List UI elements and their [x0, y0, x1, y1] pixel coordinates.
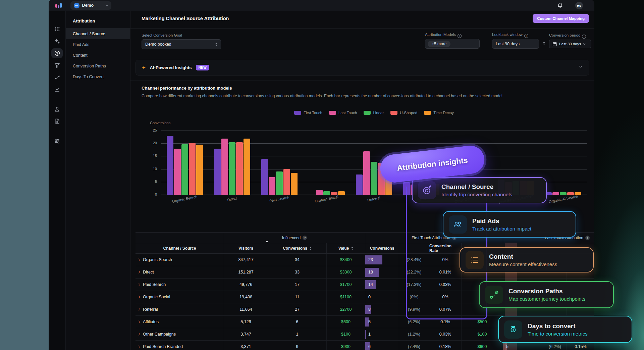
- grid-icon[interactable]: [51, 24, 63, 34]
- bar[interactable]: [331, 192, 337, 195]
- bar[interactable]: [356, 174, 363, 195]
- bar[interactable]: [323, 191, 330, 195]
- bar[interactable]: [214, 149, 221, 195]
- flows-icon[interactable]: [51, 72, 63, 82]
- report-icon[interactable]: [51, 116, 63, 126]
- legend-item[interactable]: Time Decay: [424, 111, 454, 115]
- funnel-icon[interactable]: [51, 60, 63, 70]
- bar[interactable]: [229, 142, 235, 195]
- expand-chevron-icon[interactable]: [138, 345, 140, 348]
- bar[interactable]: [403, 182, 410, 195]
- ft-conversions-cell: 0: [365, 291, 399, 303]
- col-ft-conversions[interactable]: Conversions: [365, 243, 399, 253]
- bar[interactable]: [189, 143, 196, 195]
- expand-chevron-icon[interactable]: [138, 283, 140, 286]
- sliders-icon[interactable]: [51, 136, 63, 146]
- help-icon[interactable]: ?: [303, 236, 307, 240]
- sidebar-item-channel-source[interactable]: Channel / Source: [66, 29, 130, 39]
- bar[interactable]: [363, 151, 370, 195]
- bar[interactable]: [236, 142, 243, 195]
- target-icon: [418, 181, 436, 199]
- bar[interactable]: [552, 192, 559, 195]
- bar[interactable]: [567, 192, 574, 195]
- workspace-switcher[interactable]: m Demo: [70, 1, 111, 10]
- bar[interactable]: [221, 139, 228, 195]
- ai-insights-title: AI-Powered Insights: [150, 65, 192, 70]
- sort-ascending-icon[interactable]: [266, 241, 268, 242]
- legend-swatch: [424, 111, 431, 115]
- chart-title: Channel performance by attribution model…: [142, 86, 232, 91]
- col-channel-source[interactable]: Channel / Source: [136, 243, 224, 253]
- chevron-down-icon: [583, 42, 586, 45]
- bar[interactable]: [167, 136, 173, 195]
- bar[interactable]: [196, 145, 203, 195]
- bar[interactable]: [560, 192, 567, 195]
- sidebar-section-title: Attribution: [66, 11, 130, 28]
- sort-icon[interactable]: [351, 247, 353, 250]
- bar[interactable]: [181, 144, 188, 195]
- ft-conversions-cell: 14: [365, 279, 399, 291]
- bar[interactable]: [276, 171, 283, 195]
- legend-item[interactable]: Linear: [364, 111, 384, 115]
- col-ft-rate[interactable]: Conversion Rate: [429, 243, 462, 253]
- sidebar-item-conversion-paths[interactable]: Conversion Paths: [66, 61, 130, 71]
- bar[interactable]: [261, 159, 268, 195]
- bar[interactable]: [283, 169, 290, 195]
- attribution-models-select[interactable]: +5 more: [425, 39, 480, 49]
- chevron-down-icon[interactable]: [579, 65, 582, 67]
- person-icon[interactable]: [51, 104, 63, 114]
- chart-description: Compare how different marketing channels…: [142, 94, 503, 98]
- callout-conversion-paths[interactable]: Conversion PathsMap customer journey tou…: [479, 281, 614, 308]
- legend-item[interactable]: Last Touch: [329, 111, 357, 115]
- info-icon[interactable]: i: [582, 35, 586, 39]
- workspace-logo-icon: m: [74, 3, 79, 8]
- col-conversions[interactable]: Conversions: [268, 243, 327, 253]
- trend-chart-icon[interactable]: [51, 85, 63, 94]
- expand-chevron-icon[interactable]: [138, 296, 140, 298]
- sort-icon[interactable]: [310, 247, 312, 250]
- callout-days-to-convert[interactable]: Days to convertTime to conversion metric…: [498, 316, 632, 343]
- bar[interactable]: [174, 149, 181, 195]
- info-icon[interactable]: i: [524, 34, 528, 38]
- y-tick-label: 5: [147, 180, 157, 184]
- sidebar-item-paid-ads[interactable]: Paid Ads: [66, 39, 130, 50]
- sidebar-item-days-to-convert[interactable]: Days To Convert: [66, 71, 130, 82]
- attribution-dollar-icon[interactable]: [51, 48, 63, 58]
- callout-content[interactable]: ContentMeasure content effectiveness: [460, 247, 594, 272]
- ft-conversions-cell: 5: [365, 316, 399, 328]
- models-label: Attribution Modelsi: [425, 33, 462, 38]
- col-visitors[interactable]: Visitors: [224, 243, 268, 253]
- lookback-stepper-icon[interactable]: [543, 42, 545, 45]
- expand-chevron-icon[interactable]: [138, 320, 140, 323]
- legend-item[interactable]: U-Shaped: [390, 111, 417, 115]
- ai-insights-bar[interactable]: ✦ AI-Powered Insights NEW: [136, 60, 589, 76]
- expand-chevron-icon[interactable]: [138, 308, 140, 311]
- col-ft-pct[interactable]: [399, 243, 429, 253]
- col-value[interactable]: Value: [327, 243, 365, 253]
- bar[interactable]: [269, 177, 275, 195]
- lookback-window-select[interactable]: Last 90 days: [492, 39, 539, 49]
- custom-channel-mapping-button[interactable]: Custom Channel Mapping: [533, 14, 589, 23]
- lookback-label: Lookback windowi: [492, 33, 528, 38]
- expand-chevron-icon[interactable]: [138, 258, 140, 261]
- channel-name: Direct: [136, 266, 224, 278]
- callout-channel-source[interactable]: Channel / SourceIdentify top converting …: [412, 177, 547, 203]
- period-label: Conversion periodi: [549, 33, 586, 39]
- bar[interactable]: [244, 139, 250, 195]
- callout-paid-ads[interactable]: Paid AdsTrack ad attribution impact: [443, 211, 576, 238]
- bar[interactable]: [291, 173, 298, 195]
- bar[interactable]: [371, 162, 377, 195]
- sparkles-icon[interactable]: [51, 36, 63, 46]
- info-icon[interactable]: i: [585, 236, 590, 240]
- expand-chevron-icon[interactable]: [138, 271, 140, 273]
- notifications-bell-icon[interactable]: [557, 2, 563, 8]
- info-icon[interactable]: i: [458, 34, 462, 38]
- sidebar-item-content[interactable]: Content: [66, 50, 130, 61]
- expand-chevron-icon[interactable]: [138, 333, 140, 336]
- conversion-goal-select[interactable]: Demo booked: [142, 39, 221, 49]
- user-avatar[interactable]: HS: [575, 2, 583, 9]
- channel-name: Referral: [136, 303, 224, 315]
- legend-item[interactable]: First Touch: [294, 111, 322, 115]
- conversion-period-select[interactable]: Last 30 days: [549, 40, 591, 48]
- bar[interactable]: [316, 190, 323, 195]
